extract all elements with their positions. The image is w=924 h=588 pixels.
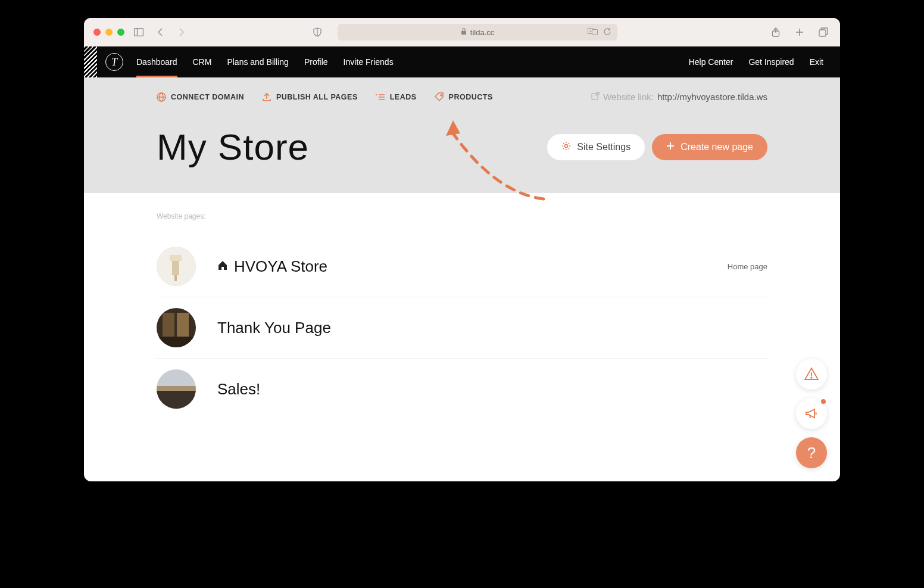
page-thumbnail xyxy=(157,247,196,286)
website-link[interactable]: Website link: http://myhvoyastore.tilda.… xyxy=(591,92,767,102)
website-link-url: http://myhvoyastore.tilda.ws xyxy=(657,92,767,102)
page-title: Thank You Page xyxy=(217,319,331,337)
translate-icon[interactable]: A xyxy=(588,27,598,38)
nav-forward-icon[interactable] xyxy=(174,25,189,39)
traffic-lights xyxy=(93,29,124,36)
connect-domain-link[interactable]: CONNECT DOMAIN xyxy=(157,92,244,102)
secondary-nav: Help Center Get Inspired Exit xyxy=(689,57,823,67)
privacy-shield-icon[interactable] xyxy=(310,25,324,39)
tabs-icon[interactable] xyxy=(816,25,831,39)
page-row[interactable]: HVOYA Store Home page xyxy=(157,236,767,297)
nav-profile[interactable]: Profile xyxy=(304,46,328,77)
page-title-text: Sales! xyxy=(217,380,260,399)
leads-icon xyxy=(376,93,385,101)
plus-icon xyxy=(666,142,675,153)
svg-text:A: A xyxy=(589,29,592,33)
svg-rect-34 xyxy=(177,313,189,337)
browser-window: tilda.cc A T xyxy=(84,18,840,481)
window-minimize-button[interactable] xyxy=(105,29,113,36)
page-thumbnail xyxy=(157,308,196,347)
nav-dashboard[interactable]: Dashboard xyxy=(136,46,177,77)
app-topbar: T Dashboard CRM Plans and Billing Profil… xyxy=(84,46,840,77)
external-link-icon xyxy=(591,92,600,102)
svg-rect-11 xyxy=(819,30,826,36)
leads-label: LEADS xyxy=(390,93,417,101)
window-maximize-button[interactable] xyxy=(117,29,124,36)
svg-rect-30 xyxy=(170,255,182,261)
site-settings-button[interactable]: Site Settings xyxy=(547,134,645,160)
pages-section: Website pages: HVOYA Store Home page xyxy=(84,193,840,443)
page-title-text: HVOYA Store xyxy=(234,257,327,276)
sidebar-toggle-icon[interactable] xyxy=(132,25,146,39)
alert-fab[interactable] xyxy=(796,359,827,390)
page-row[interactable]: Sales! xyxy=(157,359,767,419)
website-link-label: Website link: xyxy=(603,92,654,102)
url-text: tilda.cc xyxy=(470,28,494,37)
lock-icon xyxy=(461,28,467,36)
page-tag: Home page xyxy=(728,262,767,271)
pages-section-label: Website pages: xyxy=(157,212,767,220)
svg-rect-5 xyxy=(592,29,598,35)
site-title: My Store xyxy=(157,126,309,168)
svg-line-23 xyxy=(595,92,599,96)
question-icon: ? xyxy=(807,444,816,462)
page-title-text: Thank You Page xyxy=(217,319,331,337)
megaphone-icon xyxy=(804,406,819,421)
share-icon[interactable] xyxy=(769,25,783,39)
action-row: CONNECT DOMAIN PUBLISH ALL PAGES LEADS xyxy=(157,77,767,102)
upload-icon xyxy=(262,92,271,102)
publish-all-link[interactable]: PUBLISH ALL PAGES xyxy=(262,92,358,102)
browser-toolbar: tilda.cc A xyxy=(84,18,840,46)
page-row[interactable]: Thank You Page xyxy=(157,297,767,359)
announcements-fab[interactable] xyxy=(796,398,827,429)
create-page-label: Create new page xyxy=(680,142,753,153)
help-fab[interactable]: ? xyxy=(796,437,827,468)
svg-rect-33 xyxy=(163,313,174,337)
products-label: PRODUCTS xyxy=(449,93,493,101)
warning-icon xyxy=(804,366,819,382)
leads-link[interactable]: LEADS xyxy=(376,93,417,101)
svg-rect-3 xyxy=(461,31,466,35)
url-bar[interactable]: tilda.cc A xyxy=(338,24,617,41)
svg-line-41 xyxy=(810,415,810,418)
brand-logo[interactable]: T xyxy=(105,53,123,71)
svg-rect-0 xyxy=(135,29,143,36)
svg-point-21 xyxy=(441,95,442,96)
nav-invite[interactable]: Invite Friends xyxy=(344,46,394,77)
create-page-button[interactable]: Create new page xyxy=(652,134,767,160)
nav-back-icon[interactable] xyxy=(153,25,167,39)
page-title: HVOYA Store xyxy=(217,257,327,276)
new-tab-icon[interactable] xyxy=(792,25,807,39)
nav-crm[interactable]: CRM xyxy=(193,46,212,77)
page-title: Sales! xyxy=(217,380,260,399)
title-row: My Store Site Settings Create new page xyxy=(157,102,767,168)
svg-rect-38 xyxy=(157,391,196,409)
home-icon xyxy=(217,260,228,273)
nav-exit[interactable]: Exit xyxy=(810,57,823,67)
main-nav: Dashboard CRM Plans and Billing Profile … xyxy=(136,46,394,77)
gear-icon xyxy=(561,141,571,153)
tag-icon xyxy=(435,92,444,102)
page-thumbnail xyxy=(157,369,196,409)
floating-actions: ? xyxy=(796,359,827,468)
window-close-button[interactable] xyxy=(93,29,101,36)
connect-domain-label: CONNECT DOMAIN xyxy=(171,93,244,101)
brand-pattern xyxy=(84,46,97,77)
globe-icon xyxy=(157,92,166,102)
site-settings-label: Site Settings xyxy=(577,142,630,153)
notification-dot xyxy=(821,399,826,404)
svg-rect-35 xyxy=(157,337,196,347)
svg-point-40 xyxy=(811,377,812,378)
svg-rect-31 xyxy=(174,275,177,281)
nav-inspired[interactable]: Get Inspired xyxy=(748,57,794,67)
reload-icon[interactable] xyxy=(603,27,611,38)
publish-all-label: PUBLISH ALL PAGES xyxy=(276,93,358,101)
nav-plans[interactable]: Plans and Billing xyxy=(227,46,289,77)
hero-section: CONNECT DOMAIN PUBLISH ALL PAGES LEADS xyxy=(84,77,840,193)
svg-point-25 xyxy=(565,144,568,147)
products-link[interactable]: PRODUCTS xyxy=(435,92,493,102)
nav-help[interactable]: Help Center xyxy=(689,57,733,67)
svg-rect-36 xyxy=(157,369,196,387)
